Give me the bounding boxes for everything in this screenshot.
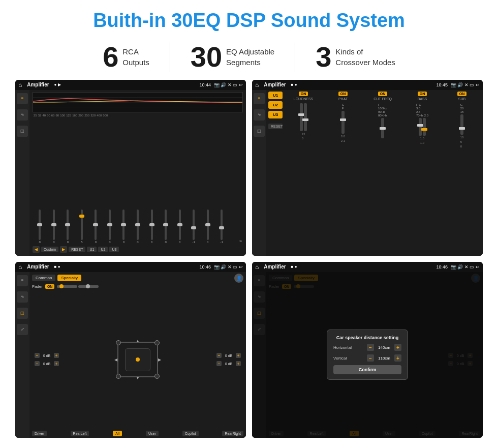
- tab-specialty-3[interactable]: Specialty: [57, 275, 81, 281]
- next-btn[interactable]: ▶: [60, 246, 67, 253]
- db-plus-br[interactable]: +: [236, 361, 241, 366]
- slider-thumb-10[interactable]: [177, 223, 182, 226]
- slider-thumb-5[interactable]: [107, 223, 112, 226]
- slider-thumb-1[interactable]: [51, 223, 56, 226]
- db-minus-bl[interactable]: −: [35, 361, 40, 366]
- slider-thumb-8[interactable]: [149, 223, 154, 226]
- db-plus-tr[interactable]: +: [236, 353, 241, 358]
- db-minus-tr[interactable]: −: [216, 353, 222, 358]
- slider-track-7[interactable]: [137, 210, 139, 240]
- u3-amp-btn[interactable]: U3: [268, 111, 283, 118]
- sidebar-wave-btn[interactable]: ∿: [17, 109, 28, 121]
- vertical-minus-btn[interactable]: −: [367, 354, 374, 362]
- slider-track-3[interactable]: [81, 210, 83, 240]
- slider-track-11[interactable]: [193, 210, 195, 240]
- arrow-down[interactable]: ▼: [136, 376, 140, 380]
- fader-track-1[interactable]: [57, 285, 77, 288]
- reset-amp-btn[interactable]: RESET: [268, 124, 283, 129]
- on-sub[interactable]: ON: [457, 92, 467, 96]
- sidebar-eq-btn-2[interactable]: ≡: [254, 93, 265, 104]
- sidebar-speaker-btn-3[interactable]: ◫: [17, 308, 28, 319]
- copilot-btn[interactable]: Copilot: [182, 431, 199, 436]
- slider-track-13[interactable]: [221, 210, 223, 240]
- slider-thumb-12[interactable]: [205, 223, 210, 226]
- slider-track-4[interactable]: [95, 210, 97, 240]
- slider-track-8[interactable]: [151, 210, 153, 240]
- slider-track-2[interactable]: [67, 210, 69, 240]
- slider-thumb-2[interactable]: [65, 223, 70, 226]
- tab-common-3[interactable]: Common: [32, 275, 55, 281]
- slider-thumb-6[interactable]: [121, 223, 126, 226]
- on-loudness[interactable]: ON: [299, 92, 308, 96]
- slider-track-10[interactable]: [179, 210, 181, 240]
- prev-btn[interactable]: ◀: [33, 246, 40, 253]
- u1-amp-btn[interactable]: U1: [268, 92, 283, 99]
- slider-thumb-4[interactable]: [93, 223, 98, 226]
- arrow-left[interactable]: ◀: [114, 357, 117, 362]
- thumb-phat[interactable]: [340, 118, 346, 121]
- u1-btn[interactable]: U1: [87, 247, 97, 252]
- on-phat[interactable]: ON: [338, 92, 348, 96]
- fader-on-badge[interactable]: ON: [45, 284, 55, 289]
- horizontal-plus-btn[interactable]: +: [394, 344, 401, 351]
- user-btn[interactable]: User: [146, 431, 159, 436]
- slider-loudness-2[interactable]: [304, 103, 307, 131]
- db-plus-bl[interactable]: +: [54, 361, 59, 366]
- confirm-button[interactable]: Confirm: [333, 365, 401, 374]
- app-title-3: Amplifier: [27, 264, 49, 270]
- slider-track-0[interactable]: [39, 210, 41, 240]
- sidebar-speaker-btn-2[interactable]: ◫: [254, 126, 265, 137]
- sidebar-eq-btn[interactable]: ≡: [17, 93, 28, 104]
- slider-track-6[interactable]: [122, 210, 124, 240]
- slider-sub[interactable]: [460, 114, 463, 135]
- slider-thumb-9[interactable]: [163, 223, 168, 226]
- sidebar-expand-btn-3[interactable]: ⤢: [17, 324, 28, 335]
- slider-thumb-13[interactable]: [219, 226, 224, 229]
- more-icon[interactable]: »: [239, 238, 242, 244]
- db-plus-tl[interactable]: +: [54, 353, 59, 358]
- driver-btn[interactable]: Driver: [32, 431, 47, 436]
- fader-thumb-2[interactable]: [86, 284, 90, 288]
- thumb-bass-2[interactable]: [421, 128, 427, 131]
- fader-label: Fader: [32, 284, 43, 289]
- slider-track-1[interactable]: [53, 210, 55, 240]
- slider-loudness-1[interactable]: [300, 103, 303, 131]
- db-minus-br[interactable]: −: [216, 361, 222, 366]
- thumb-sub[interactable]: [459, 127, 465, 130]
- custom-btn[interactable]: Custom: [41, 247, 58, 252]
- vertical-plus-btn[interactable]: +: [394, 354, 401, 362]
- horizontal-minus-btn[interactable]: −: [367, 344, 374, 351]
- slider-thumb-7[interactable]: [135, 223, 140, 226]
- slider-thumb-11[interactable]: [191, 226, 196, 229]
- slider-bass-2[interactable]: [423, 118, 426, 136]
- person-icon-3[interactable]: 👤: [234, 274, 243, 283]
- sidebar-eq-btn-3[interactable]: ≡: [17, 275, 28, 286]
- slider-thumb-3[interactable]: [79, 215, 84, 218]
- thumb-loudness-2[interactable]: [302, 118, 308, 121]
- slider-bass-1[interactable]: [419, 118, 422, 136]
- reset-btn[interactable]: RESET: [69, 247, 85, 252]
- slider-track-12[interactable]: [207, 210, 209, 240]
- sidebar-speaker-btn[interactable]: ◫: [17, 126, 28, 137]
- slider-phat[interactable]: [341, 111, 345, 134]
- db-minus-tl[interactable]: −: [35, 353, 40, 358]
- rearleft-btn[interactable]: RearLeft: [71, 431, 89, 436]
- sidebar-wave-btn-2[interactable]: ∿: [254, 109, 265, 121]
- u2-amp-btn[interactable]: U2: [268, 101, 283, 109]
- sidebar-wave-btn-3[interactable]: ∿: [17, 291, 28, 303]
- arrow-right[interactable]: ▶: [158, 357, 161, 362]
- fader-thumb-1[interactable]: [59, 284, 64, 288]
- slider-thumb-0[interactable]: [37, 223, 42, 226]
- arrow-up[interactable]: ▲: [136, 339, 140, 343]
- on-bass[interactable]: ON: [418, 92, 427, 96]
- thumb-cutfreq[interactable]: [380, 127, 386, 130]
- rearright-btn[interactable]: RearRight: [222, 431, 243, 436]
- u3-btn[interactable]: U3: [109, 247, 119, 252]
- slider-track-5[interactable]: [109, 210, 111, 240]
- on-cutfreq[interactable]: ON: [378, 92, 388, 96]
- slider-cutfreq[interactable]: [381, 118, 384, 138]
- u2-btn[interactable]: U2: [98, 247, 108, 252]
- all-btn[interactable]: All: [113, 431, 122, 436]
- fader-track-2[interactable]: [78, 285, 99, 288]
- slider-track-9[interactable]: [165, 210, 167, 240]
